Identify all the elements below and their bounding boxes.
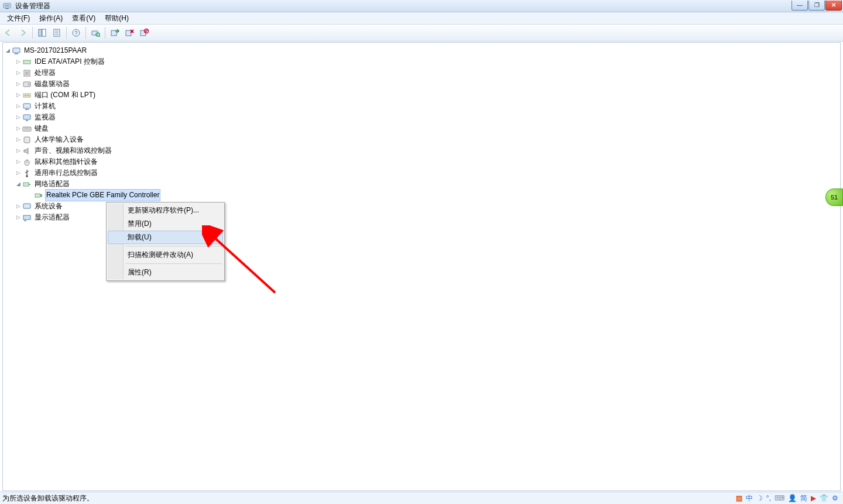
- ctx-update-driver[interactable]: 更新驱动程序软件(P)...: [108, 204, 223, 217]
- back-button[interactable]: [1, 26, 15, 40]
- statusbar: 为所选设备卸载该驱动程序。 ▨ 中 ☽ °, ⌨ 👤 简 ▶ 👕 ⚙: [0, 492, 843, 504]
- svg-rect-46: [23, 204, 30, 208]
- usb-icon: [22, 169, 32, 178]
- system-tray: ▨ 中 ☽ °, ⌨ 👤 简 ▶ 👕 ⚙: [736, 493, 841, 503]
- expander-icon[interactable]: ▷: [15, 212, 22, 223]
- tray-shirt-icon[interactable]: 👕: [820, 494, 828, 502]
- minimize-button[interactable]: —: [791, 1, 808, 11]
- context-menu: 更新驱动程序软件(P)... 禁用(D) 卸载(U) 扫描检测硬件改动(A) 属…: [106, 202, 225, 281]
- properties-button[interactable]: [50, 26, 64, 40]
- selected-device-label: Realtek PCIe GBE Family Controller: [45, 189, 160, 201]
- svg-rect-3: [39, 29, 42, 36]
- tree-category[interactable]: ▷监视器: [15, 112, 840, 123]
- tray-video-icon[interactable]: ▶: [811, 494, 816, 502]
- ime-moon-icon[interactable]: ☽: [756, 494, 763, 502]
- disable-button[interactable]: [137, 26, 151, 40]
- disk-icon: [22, 80, 32, 89]
- status-text: 为所选设备卸载该驱动程序。: [2, 493, 736, 503]
- forward-button[interactable]: [16, 26, 30, 40]
- close-button[interactable]: ✕: [825, 1, 842, 11]
- ime-person-icon[interactable]: 👤: [788, 494, 797, 502]
- network-adapter-icon: [22, 180, 32, 189]
- ime-punct-icon[interactable]: °,: [766, 494, 771, 502]
- tree-category[interactable]: ▷磁盘驱动器: [15, 78, 840, 90]
- expander-icon[interactable]: ▷: [15, 101, 22, 112]
- expander-icon[interactable]: ◢: [15, 179, 22, 190]
- svg-point-29: [25, 95, 26, 96]
- expander-icon[interactable]: ◢: [4, 45, 11, 56]
- svg-rect-15: [126, 30, 131, 36]
- maximize-button[interactable]: ❐: [808, 1, 825, 11]
- show-hide-console-tree-button[interactable]: [35, 26, 49, 40]
- floating-badge[interactable]: 51: [825, 188, 843, 206]
- menu-help[interactable]: 帮助(H): [100, 12, 133, 25]
- tray-app-icon[interactable]: ▨: [736, 494, 742, 502]
- svg-point-42: [26, 175, 28, 177]
- expander-icon[interactable]: ▷: [15, 78, 22, 90]
- device-tree: ◢ MS-20170215PAAR ▷IDE ATA/ATAPI 控制器 ▷处理…: [3, 43, 840, 223]
- svg-rect-34: [23, 115, 30, 119]
- computer-category-icon: [22, 102, 32, 111]
- expander-icon[interactable]: ▷: [15, 67, 22, 78]
- menu-action[interactable]: 操作(A): [35, 12, 67, 25]
- tree-root[interactable]: ◢ MS-20170215PAAR: [4, 45, 840, 56]
- tree-category[interactable]: ▷人体学输入设备: [15, 134, 840, 145]
- expander-icon[interactable]: ▷: [15, 134, 22, 145]
- tray-gear-icon[interactable]: ⚙: [832, 494, 838, 502]
- menu-view[interactable]: 查看(V): [67, 12, 100, 25]
- ctx-disable[interactable]: 禁用(D): [108, 217, 223, 231]
- svg-rect-1: [5, 4, 10, 6]
- help-button[interactable]: ?: [69, 26, 83, 40]
- tree-category[interactable]: ▷处理器: [15, 67, 840, 78]
- ctx-properties[interactable]: 属性(R): [108, 266, 223, 279]
- expander-icon[interactable]: ▷: [15, 167, 22, 179]
- svg-rect-25: [25, 71, 29, 75]
- ctx-uninstall[interactable]: 卸载(U): [108, 231, 223, 244]
- ime-keyboard-icon[interactable]: ⌨: [775, 494, 784, 502]
- expander-icon[interactable]: ▷: [15, 56, 22, 67]
- ime-language-indicator[interactable]: 中: [746, 493, 753, 503]
- tree-category[interactable]: ▷鼠标和其他指针设备: [15, 156, 840, 167]
- svg-point-27: [28, 83, 30, 85]
- context-menu-separator: [125, 263, 222, 264]
- tree-category[interactable]: ▷键盘: [15, 123, 840, 134]
- app-icon: [2, 1, 12, 11]
- menubar: 文件(F) 操作(A) 查看(V) 帮助(H): [0, 12, 843, 25]
- expander-icon[interactable]: ▷: [15, 145, 22, 156]
- toolbar-separator: [85, 27, 86, 39]
- uninstall-button[interactable]: [122, 26, 136, 40]
- tree-category-network[interactable]: ◢网络适配器: [15, 179, 840, 190]
- svg-rect-32: [23, 104, 30, 108]
- toolbar-separator: [66, 27, 67, 39]
- menu-file[interactable]: 文件(F): [2, 12, 35, 25]
- tree-category[interactable]: ▷端口 (COM 和 LPT): [15, 90, 840, 101]
- cpu-icon: [22, 68, 32, 78]
- tree-device-selected[interactable]: Realtek PCIe GBE Family Controller: [26, 190, 840, 201]
- ime-mode-indicator[interactable]: 简: [800, 493, 807, 503]
- tree-category[interactable]: ▷IDE ATA/ATAPI 控制器: [15, 56, 840, 67]
- window-buttons: — ❐ ✕: [791, 1, 842, 11]
- svg-line-13: [99, 36, 100, 37]
- tree-category[interactable]: ▷通用串行总线控制器: [15, 167, 840, 179]
- expander-icon[interactable]: ▷: [15, 201, 22, 212]
- svg-rect-33: [25, 109, 29, 110]
- svg-text:?: ?: [74, 30, 77, 36]
- expander-icon[interactable]: ▷: [15, 90, 22, 101]
- tree-category[interactable]: ▷计算机: [15, 101, 840, 112]
- svg-rect-21: [13, 48, 20, 53]
- hid-icon: [22, 135, 32, 145]
- expander-icon[interactable]: ▷: [15, 123, 22, 134]
- tree-root-label: MS-20170215PAAR: [23, 45, 88, 56]
- expander-icon[interactable]: ▷: [15, 112, 22, 123]
- display-adapter-icon: [22, 213, 32, 222]
- expander-icon[interactable]: ▷: [15, 156, 22, 167]
- scan-hardware-button[interactable]: [88, 26, 102, 40]
- update-driver-button[interactable]: [108, 26, 122, 40]
- context-menu-separator: [125, 246, 222, 246]
- toolbar-separator: [105, 27, 105, 39]
- tree-category[interactable]: ▷声音、视频和游戏控制器: [15, 145, 840, 156]
- svg-point-31: [28, 95, 29, 96]
- ctx-scan-hardware[interactable]: 扫描检测硬件改动(A): [108, 248, 223, 262]
- svg-rect-22: [15, 53, 18, 54]
- toolbar: ?: [0, 25, 843, 42]
